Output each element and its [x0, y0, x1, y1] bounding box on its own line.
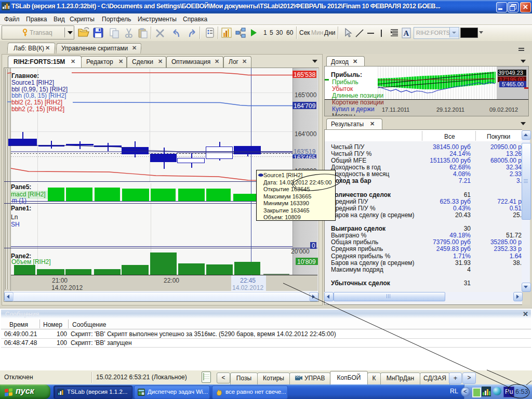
svg-text:A: A	[404, 29, 409, 37]
